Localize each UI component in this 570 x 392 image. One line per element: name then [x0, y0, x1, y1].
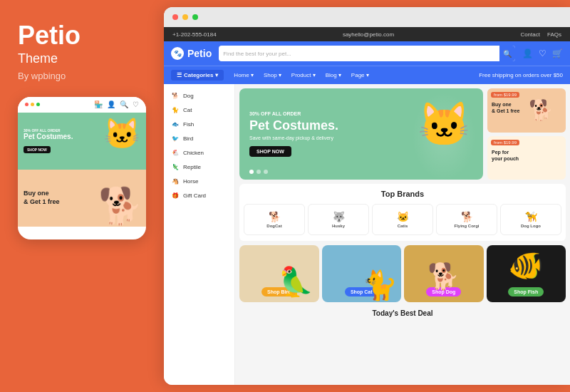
- sidebar-item-fish[interactable]: 🐟 Fish: [164, 117, 234, 131]
- brand-card-husky[interactable]: 🐺 Husky: [308, 204, 369, 235]
- sidebar-label-gift: Gift Card: [183, 192, 206, 199]
- today-deal-bar: Today's Best Deal: [235, 306, 570, 320]
- side-banner-2: from $19.99 Pep for your pouch: [487, 136, 566, 180]
- shop-section: 🦜 Shop Bird 🐈 Shop Cat 🐕 Shop Dog 🐠 Shop…: [235, 241, 570, 306]
- nav-page[interactable]: Page ▾: [351, 72, 369, 78]
- mobile-hero-banner: 30% OFF ALL ORDER Pet Costumes. SHOP NOW…: [18, 113, 146, 170]
- sidebar-label-fish: Fish: [183, 121, 194, 128]
- hero-dot-1[interactable]: [249, 170, 254, 174]
- flying-corgi-logo: 🐕: [461, 211, 473, 222]
- mobile-window-controls: [25, 103, 40, 106]
- faqs-link[interactable]: FAQs: [547, 31, 561, 38]
- mobile-dog-emoji: 🐕: [98, 185, 142, 227]
- cat-costume-image: [412, 92, 476, 180]
- browser-dot-green: [192, 14, 198, 20]
- sidebar-item-cat[interactable]: 🐈 Cat: [164, 103, 234, 117]
- hero-cta-button[interactable]: SHOP NOW: [249, 146, 291, 157]
- brands-title: Top Brands: [244, 190, 561, 198]
- mobile-dot-red: [25, 103, 28, 106]
- header-phone: +1-202-555-0184: [172, 31, 217, 38]
- side-banners: from $19.99 Buy one & Get 1 free 🐕 from …: [487, 88, 566, 180]
- hero-title: Pet Costumes.: [249, 119, 338, 133]
- content-area: 30% OFF ALL ORDER Pet Costumes. Save wit…: [235, 84, 570, 385]
- desktop-main: 🐕 Dog 🐈 Cat 🐟 Fish 🐦 Bird 🐔 Chicken 🦎: [164, 84, 570, 385]
- dog-image: 🐕: [519, 88, 562, 133]
- mobile-cat-emoji: 🐱: [103, 116, 140, 151]
- nav-shop[interactable]: Shop ▾: [264, 72, 281, 78]
- mobile-second-title-line2: & Get 1 free: [24, 198, 60, 207]
- header-top-bar: +1-202-555-0184 sayhello@petio.com Conta…: [164, 27, 570, 41]
- sidebar-label-reptile: Reptile: [183, 164, 201, 170]
- browser-dot-yellow: [182, 14, 188, 20]
- shop-card-dog: 🐕 Shop Dog: [404, 245, 484, 302]
- nav-product[interactable]: Product ▾: [291, 72, 316, 78]
- side-banner-2-price: from $19.99: [491, 140, 519, 145]
- dog-logo-name: Dog Logo: [521, 224, 541, 228]
- shop-card-fish: 🐠 Shop Fish: [487, 245, 566, 302]
- mobile-second-title-line1: Buy one: [24, 190, 60, 198]
- search-bar[interactable]: Find the best for your pet... 🔍: [219, 46, 515, 61]
- header-main: 🐾 Petio Find the best for your pet... 🔍 …: [164, 41, 570, 66]
- brand-card-dog-logo[interactable]: 🦮 Dog Logo: [500, 204, 561, 235]
- brand-card-dogcat[interactable]: 🐕 DogCat: [244, 204, 305, 235]
- header-icons: 👤 ♡ 🛒: [522, 48, 563, 58]
- sidebar-item-horse[interactable]: 🐴 Horse: [164, 174, 234, 188]
- catis-name: Catis: [398, 224, 408, 228]
- shop-fish-button[interactable]: Shop Fish: [508, 287, 544, 296]
- hero-dot-3[interactable]: [264, 170, 268, 174]
- dogcat-logo: 🐕: [269, 211, 281, 222]
- brands-grid: 🐕 DogCat 🐺 Husky 🐱 Catis 🐕 Flying Corgi: [244, 204, 561, 235]
- sidebar-label-bird: Bird: [183, 135, 193, 142]
- mobile-user-icon: 👤: [107, 100, 115, 108]
- chevron-down-icon: ▾: [215, 72, 218, 78]
- sidebar-label-chicken: Chicken: [183, 150, 204, 156]
- mobile-mockup: 🏪 👤 🔍 ♡ 30% OFF ALL ORDER Pet Costumes. …: [18, 97, 146, 239]
- mobile-hero-text: 30% OFF ALL ORDER Pet Costumes. SHOP NOW: [24, 128, 73, 154]
- categories-button[interactable]: ☰ Categories ▾: [171, 70, 224, 81]
- hamburger-icon: ☰: [177, 72, 182, 78]
- brand-title: Petio: [18, 21, 81, 50]
- nav-blog[interactable]: Blog ▾: [326, 72, 341, 78]
- hero-dot-2[interactable]: [256, 170, 261, 174]
- sidebar-item-chicken[interactable]: 🐔 Chicken: [164, 145, 234, 160]
- desktop-header: +1-202-555-0184 sayhello@petio.com Conta…: [164, 27, 570, 84]
- sidebar-item-reptile[interactable]: 🦎 Reptile: [164, 160, 234, 174]
- nav-bar: ☰ Categories ▾ Home ▾ Shop ▾ Product ▾ B…: [164, 66, 570, 84]
- search-button[interactable]: 🔍: [499, 46, 515, 61]
- user-icon[interactable]: 👤: [522, 48, 533, 58]
- hero-banner: 30% OFF ALL ORDER Pet Costumes. Save wit…: [239, 88, 483, 180]
- mobile-top-bar: 🏪 👤 🔍 ♡: [18, 97, 146, 113]
- cart-icon[interactable]: 🛒: [552, 48, 563, 58]
- chicken-icon: 🐔: [171, 148, 180, 157]
- mobile-hero-title: Pet Costumes.: [24, 133, 73, 141]
- brand-card-flying-corgi[interactable]: 🐕 Flying Corgi: [436, 204, 497, 235]
- catis-logo: 🐱: [397, 211, 409, 222]
- nav-home[interactable]: Home ▾: [234, 72, 254, 78]
- hero-content: 30% OFF ALL ORDER Pet Costumes. Save wit…: [249, 111, 338, 158]
- brand-subtitle: Theme: [18, 51, 58, 66]
- categories-label: Categories: [184, 72, 213, 78]
- mobile-hero-cta[interactable]: SHOP NOW: [24, 146, 51, 153]
- brands-section: Top Brands 🐕 DogCat 🐺 Husky 🐱 Catis: [239, 184, 566, 241]
- gift-icon: 🎁: [171, 191, 180, 200]
- mobile-second-card: Buy one & Get 1 free 🐕: [18, 170, 146, 227]
- header-top-links: Contact FAQs: [520, 31, 561, 38]
- sidebar-item-bird[interactable]: 🐦 Bird: [164, 131, 234, 145]
- husky-name: Husky: [332, 224, 345, 228]
- shop-card-cat: 🐈 Shop Cat: [322, 245, 402, 302]
- sidebar-label-horse: Horse: [183, 178, 198, 185]
- sidebar-item-gift[interactable]: 🎁 Gift Card: [164, 188, 234, 202]
- sidebar-item-dog[interactable]: 🐕 Dog: [164, 88, 234, 103]
- wishlist-icon[interactable]: ♡: [539, 48, 546, 58]
- bird-image: 🦜: [278, 265, 314, 299]
- side-banner-1-price: from $19.99: [491, 92, 519, 98]
- search-placeholder: Find the best for your pet...: [223, 51, 497, 57]
- hero-slider-dots: [249, 170, 268, 174]
- brand-card-catis[interactable]: 🐱 Catis: [372, 204, 433, 235]
- horse-icon: 🐴: [171, 177, 180, 185]
- contact-link[interactable]: Contact: [520, 31, 540, 38]
- category-sidebar: 🐕 Dog 🐈 Cat 🐟 Fish 🐦 Bird 🐔 Chicken 🦎: [164, 84, 235, 385]
- hero-subtitle: Save with same-day pickup & delivery: [249, 135, 338, 140]
- logo-text: Petio: [187, 48, 212, 59]
- left-panel: Petio Theme By wpbingo 🏪 👤 🔍 ♡ 30% OFF A…: [0, 0, 164, 392]
